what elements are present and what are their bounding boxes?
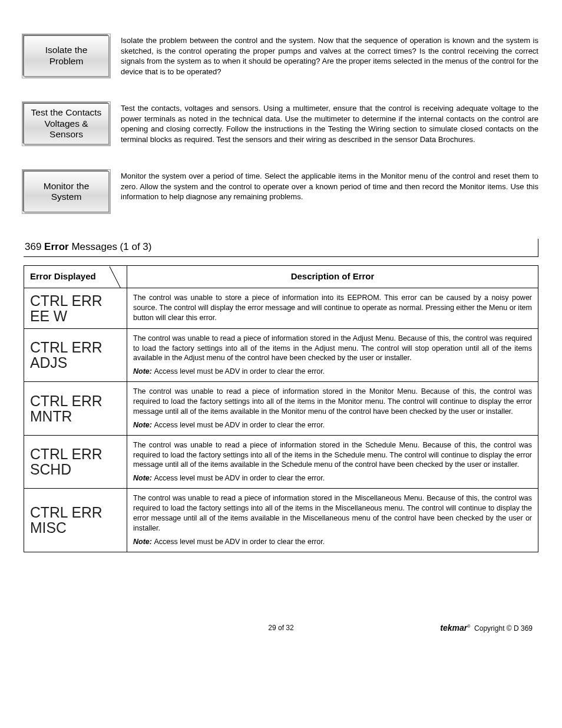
- error-code-display: CTRL ERR MNTR: [30, 393, 116, 424]
- error-code-display: CTRL ERR SCHD: [30, 446, 116, 477]
- table-row: CTRL ERR SCHDThe control was unable to r…: [24, 435, 538, 489]
- error-desc-cell: The control was unable to read a piece o…: [127, 435, 538, 489]
- section-rest: Messages (1 of 3): [71, 241, 151, 252]
- error-note: Note: Access level must be ADV in order …: [133, 537, 532, 547]
- col-header-desc: Description of Error: [127, 266, 538, 288]
- callout-label: Monitor the System: [44, 181, 90, 203]
- footer-right: tekmar® Copyright © D 369: [440, 623, 533, 633]
- error-desc-cell: The control was unable to read a piece o…: [127, 489, 538, 552]
- callout-isolate: Isolate the Problem: [24, 35, 109, 77]
- table-row: CTRL ERR ADJSThe control was unable to r…: [24, 328, 538, 382]
- section-number: 369: [25, 241, 41, 252]
- footer-brand: tekmar: [440, 623, 467, 633]
- error-code-cell: CTRL ERR MNTR: [24, 382, 127, 436]
- info-row-test: Test the Contacts Voltages & Sensors Tes…: [24, 103, 538, 144]
- col-header-error: Error Displayed: [24, 266, 127, 288]
- error-code-cell: CTRL ERR EE W: [24, 288, 127, 328]
- error-note: Note: Access level must be ADV in order …: [133, 473, 532, 483]
- callout-label: Isolate the Problem: [45, 45, 88, 67]
- error-note: Note: Access level must be ADV in order …: [133, 367, 532, 377]
- error-desc-text: The control was unable to read a piece o…: [133, 334, 532, 364]
- info-text-test: Test the contacts, voltages and sensors.…: [121, 103, 538, 144]
- table-row: CTRL ERR MNTRThe control was unable to r…: [24, 382, 538, 436]
- error-code-cell: CTRL ERR MISC: [24, 489, 127, 552]
- table-row: CTRL ERR MISCThe control was unable to r…: [24, 489, 538, 552]
- header-diagonal: [110, 266, 127, 287]
- info-row-isolate: Isolate the Problem Isolate the problem …: [24, 35, 538, 77]
- error-desc-cell: The control was unable to store a piece …: [127, 288, 538, 328]
- footer-copyright: Copyright © D 369: [474, 624, 533, 633]
- error-code-cell: CTRL ERR ADJS: [24, 328, 127, 382]
- note-label: Note:: [133, 474, 154, 482]
- error-code-display: CTRL ERR ADJS: [30, 340, 116, 370]
- error-desc-text: The control was unable to read a piece o…: [133, 493, 532, 533]
- note-label: Note:: [133, 367, 154, 375]
- note-label: Note:: [133, 538, 154, 546]
- error-code-cell: CTRL ERR SCHD: [24, 435, 127, 489]
- col-header-error-text: Error Displayed: [30, 271, 96, 281]
- error-code-display: CTRL ERR EE W: [30, 293, 116, 324]
- error-note: Note: Access level must be ADV in order …: [133, 420, 532, 430]
- callout-label: Test the Contacts Voltages & Sensors: [31, 107, 102, 140]
- error-code-display: CTRL ERR MISC: [30, 505, 116, 535]
- callout-monitor: Monitor the System: [24, 171, 109, 212]
- section-bold: Error: [44, 241, 69, 252]
- info-row-monitor: Monitor the System Monitor the system ov…: [24, 171, 538, 212]
- error-desc-cell: The control was unable to read a piece o…: [127, 382, 538, 436]
- error-table: Error Displayed Description of Error CTR…: [24, 265, 538, 552]
- error-desc-text: The control was unable to read a piece o…: [133, 440, 532, 470]
- error-desc-text: The control was unable to read a piece o…: [133, 387, 532, 417]
- error-desc-cell: The control was unable to read a piece o…: [127, 328, 538, 382]
- section-header: 369 Error Messages (1 of 3): [24, 239, 538, 257]
- footer-page: 29 of 32: [268, 624, 293, 632]
- info-text-isolate: Isolate the problem between the control …: [121, 35, 538, 77]
- callout-test: Test the Contacts Voltages & Sensors: [24, 103, 109, 144]
- error-desc-text: The control was unable to store a piece …: [133, 293, 532, 323]
- page-footer: 29 of 32 tekmar® Copyright © D 369: [24, 623, 538, 633]
- info-text-monitor: Monitor the system over a period of time…: [121, 171, 538, 202]
- table-row: CTRL ERR EE WThe control was unable to s…: [24, 288, 538, 328]
- note-label: Note:: [133, 421, 154, 429]
